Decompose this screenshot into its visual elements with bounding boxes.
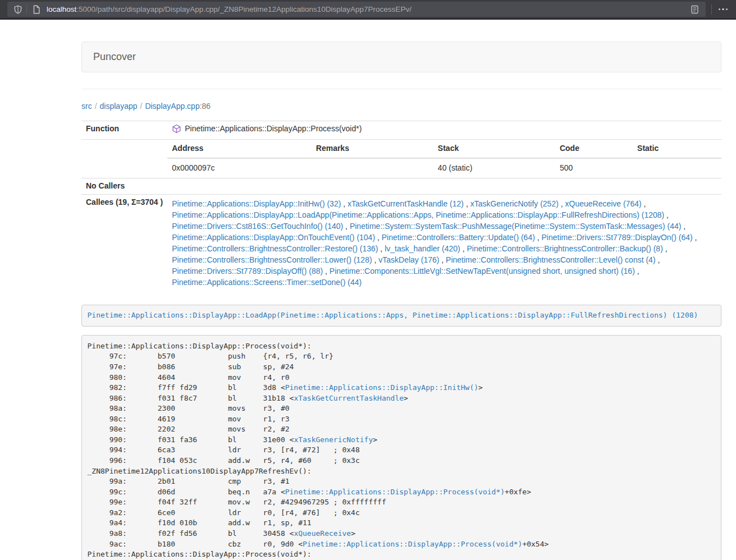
callee-link[interactable]: Pinetime::Drivers::Cst816S::GetTouchInfo…: [172, 222, 343, 231]
overflow-menu-icon[interactable]: [717, 8, 729, 11]
callee-link[interactable]: Pinetime::Controllers::BrightnessControl…: [172, 244, 378, 253]
callee-link[interactable]: xQueueReceive (764): [565, 199, 642, 208]
breadcrumb-separator: /: [92, 102, 100, 111]
browser-toolbar: localhost:5000/path/src/displayapp/Displ…: [0, 0, 736, 20]
symbol-type-icon: [172, 124, 181, 137]
table-row: No Callers: [81, 178, 721, 194]
toolbar-divider: [711, 4, 712, 15]
stack-value: 40 (static): [433, 158, 555, 178]
table-row: Function Pinetime::Applications::Display…: [81, 121, 721, 139]
reader-mode-icon[interactable]: [689, 5, 701, 14]
callee-link[interactable]: lv_task_handler (420): [385, 244, 460, 253]
page-container: Puncover src/displayapp/DisplayApp.cpp:8…: [81, 42, 721, 560]
app-navbar: Puncover: [81, 42, 721, 72]
callee-link[interactable]: Pinetime::Controllers::BrightnessControl…: [446, 255, 655, 264]
callee-link[interactable]: vTaskDelay (176): [378, 255, 439, 264]
shield-icon[interactable]: [12, 5, 24, 14]
callee-link[interactable]: xTaskGenericNotify (252): [470, 199, 559, 208]
disassembly-symbol-link[interactable]: xQueueReceive: [294, 529, 351, 538]
breadcrumb-separator: /: [138, 102, 145, 111]
url-path: :5000/path/src/displayapp/DisplayApp.cpp…: [76, 5, 412, 13]
column-header-remarks: Remarks: [312, 140, 433, 158]
table-row: Callees (19, Σ=3704 ) Pinetime::Applicat…: [81, 194, 721, 292]
callee-link[interactable]: Pinetime::Applications::Screens::Timer::…: [172, 278, 362, 287]
column-header-stack: Stack: [433, 140, 555, 158]
column-header-code: Code: [555, 140, 633, 158]
function-name: Pinetime::Applications::DisplayApp::Proc…: [185, 123, 362, 135]
breadcrumb-link-displayapp[interactable]: displayapp: [100, 102, 138, 111]
function-stats-table: Address Remarks Stack Code Static 0x0000…: [167, 140, 721, 178]
table-header-row: Address Remarks Stack Code Static: [167, 140, 721, 158]
highlighted-callee-link[interactable]: Pinetime::Applications::DisplayApp::Load…: [88, 311, 698, 319]
page-icon[interactable]: [30, 5, 43, 14]
breadcrumb-line-number: :86: [200, 102, 211, 111]
no-callers-label: No Callers: [81, 178, 167, 194]
column-header-static: Static: [633, 140, 721, 158]
code-value: 500: [555, 158, 633, 178]
breadcrumb: src/displayapp/DisplayApp.cpp:86: [81, 89, 721, 121]
function-label: Function: [81, 121, 167, 139]
callees-label: Callees (19, Σ=3704 ): [81, 194, 167, 292]
callees-list: Pinetime::Applications::DisplayApp::Init…: [167, 194, 721, 292]
url-text[interactable]: localhost:5000/path/src/displayapp/Displ…: [47, 4, 689, 15]
address-value: 0x0000097c: [167, 158, 312, 178]
table-row: Address Remarks Stack Code Static 0x0000…: [81, 139, 721, 178]
callee-link[interactable]: Pinetime::Applications::DisplayApp::Init…: [172, 199, 341, 208]
callee-link[interactable]: Pinetime::Drivers::St7789::DisplayOn() (…: [542, 233, 693, 242]
callee-link[interactable]: Pinetime::Controllers::BrightnessControl…: [467, 244, 662, 253]
callee-link[interactable]: Pinetime::Drivers::St7789::DisplayOff() …: [172, 267, 323, 276]
disassembly-symbol-link[interactable]: Pinetime::Applications::DisplayApp::Proc…: [303, 540, 522, 548]
callee-link[interactable]: xTaskGetCurrentTaskHandle (12): [348, 199, 464, 208]
highlighted-callee-block: Pinetime::Applications::DisplayApp::Load…: [81, 305, 721, 327]
callee-link[interactable]: Pinetime::Applications::DisplayApp::OnTo…: [172, 233, 375, 242]
callee-link[interactable]: Pinetime::Components::LittleVgl::SetNewT…: [330, 267, 635, 276]
disassembly-code: Pinetime::Applications::DisplayApp::Proc…: [88, 342, 549, 560]
callee-link[interactable]: Pinetime::System::SystemTask::PushMessag…: [350, 222, 682, 231]
symbol-table: Function Pinetime::Applications::Display…: [81, 121, 721, 292]
disassembly-symbol-link[interactable]: xTaskGetCurrentTaskHandle: [294, 394, 404, 402]
callee-link[interactable]: Pinetime::Controllers::BrightnessControl…: [172, 255, 372, 264]
addressbar-divider: [26, 4, 27, 14]
remarks-value: [312, 158, 433, 178]
static-value: [633, 158, 721, 178]
disassembly-symbol-link[interactable]: Pinetime::Applications::DisplayApp::Proc…: [285, 488, 505, 496]
callee-link[interactable]: Pinetime::Controllers::Battery::Update()…: [382, 233, 535, 242]
table-row: 0x0000097c 40 (static) 500: [167, 158, 721, 178]
disassembly-block: Pinetime::Applications::DisplayApp::Proc…: [81, 335, 721, 560]
url-domain: localhost: [47, 5, 76, 13]
breadcrumb-link-file[interactable]: DisplayApp.cpp: [145, 102, 199, 111]
callee-link[interactable]: Pinetime::Applications::DisplayApp::Load…: [172, 210, 664, 219]
app-brand[interactable]: Puncover: [82, 50, 147, 65]
column-header-address: Address: [167, 140, 312, 158]
disassembly-symbol-link[interactable]: Pinetime::Applications::DisplayApp::Init…: [285, 383, 478, 392]
breadcrumb-link-src[interactable]: src: [81, 102, 92, 111]
disassembly-symbol-link[interactable]: xTaskGenericNotify: [294, 435, 373, 444]
address-bar[interactable]: localhost:5000/path/src/displayapp/Displ…: [7, 2, 706, 17]
